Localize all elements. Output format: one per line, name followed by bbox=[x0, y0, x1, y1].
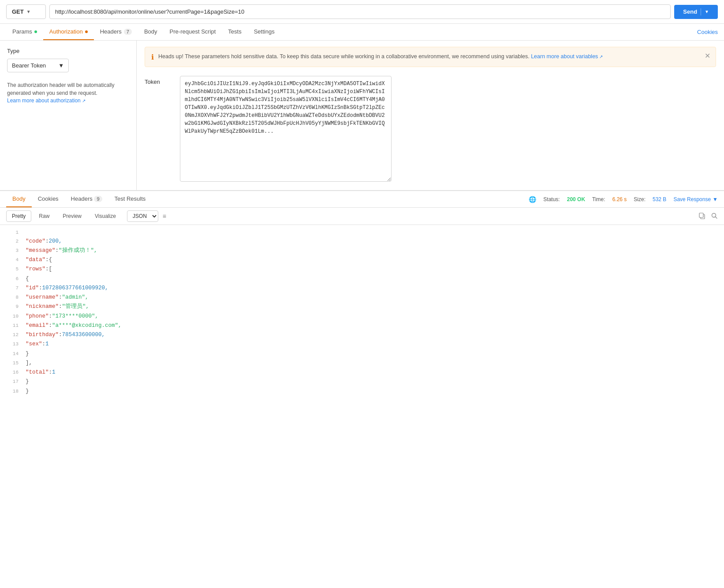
warning-banner: ℹ Heads up! These parameters hold sensit… bbox=[145, 47, 716, 67]
svg-line-3 bbox=[716, 217, 717, 218]
tab-settings[interactable]: Settings bbox=[248, 24, 281, 40]
line-number: 6 bbox=[6, 275, 19, 283]
line-number: 14 bbox=[6, 350, 19, 358]
json-line: 16 "total": 1 bbox=[0, 368, 724, 377]
json-line: 5 "rows": [ bbox=[0, 265, 724, 274]
learn-more-link[interactable]: Learn more about authorization bbox=[7, 97, 86, 104]
globe-icon: 🌐 bbox=[529, 196, 536, 203]
json-line: 1 bbox=[0, 228, 724, 237]
line-number: 11 bbox=[6, 322, 19, 330]
search-icon[interactable] bbox=[711, 212, 718, 221]
json-key: "message" bbox=[26, 246, 56, 255]
warning-learn-more-link[interactable]: Learn more about variables bbox=[531, 53, 603, 60]
line-number: 13 bbox=[6, 340, 19, 348]
tab-body[interactable]: Body bbox=[138, 24, 164, 40]
size-value: 532 B bbox=[653, 196, 666, 202]
auth-right-panel: ℹ Heads up! These parameters hold sensit… bbox=[137, 41, 724, 190]
line-number: 12 bbox=[6, 331, 19, 339]
filter-icon[interactable]: ≡ bbox=[163, 213, 166, 220]
status-label: Status: bbox=[543, 196, 560, 202]
resp-tab-cookies[interactable]: Cookies bbox=[32, 191, 65, 207]
warning-close-icon[interactable]: ✕ bbox=[705, 52, 710, 60]
url-input[interactable] bbox=[49, 4, 671, 19]
send-divider bbox=[701, 8, 701, 15]
json-format-select[interactable]: JSON HTML Text bbox=[127, 210, 158, 222]
token-input[interactable]: eyJhbGciOiJIUzI1NiJ9.eyJqdGkiOiIxMDcyODA… bbox=[180, 76, 392, 182]
save-response-label: Save Response bbox=[673, 196, 711, 202]
method-label: GET bbox=[12, 8, 24, 15]
url-bar: GET ▼ Send ▼ bbox=[0, 0, 724, 24]
json-line: 10 "phone": "173****0000", bbox=[0, 312, 724, 321]
json-value: 1072806377661009920, bbox=[42, 284, 108, 293]
json-line: 11 "email": "a****@xkcoding.com", bbox=[0, 321, 724, 330]
json-key: "sex" bbox=[26, 340, 42, 349]
cookies-link[interactable]: Cookies bbox=[697, 29, 718, 35]
resp-tab-body[interactable]: Body bbox=[6, 191, 32, 207]
size-label: Size: bbox=[634, 196, 646, 202]
json-line: 12 "birthday": 785433600000, bbox=[0, 330, 724, 340]
tab-params[interactable]: Params bbox=[6, 24, 43, 40]
json-key: "username" bbox=[26, 293, 59, 302]
tab-authorization[interactable]: Authorization bbox=[43, 24, 94, 40]
fmt-tab-raw[interactable]: Raw bbox=[33, 210, 55, 222]
response-tabs-bar: Body Cookies Headers 9 Test Results 🌐 St… bbox=[0, 191, 724, 208]
json-value: "管理员", bbox=[62, 302, 90, 311]
json-lines-container: 12"code": 200,3"message": "操作成功！",4"data… bbox=[0, 225, 724, 400]
tab-body-label: Body bbox=[144, 28, 157, 35]
json-line: 6 { bbox=[0, 274, 724, 284]
copy-icon[interactable] bbox=[698, 212, 705, 221]
bearer-token-select[interactable]: Bearer Token ▼ bbox=[7, 59, 69, 72]
json-viewer: 12"code": 200,3"message": "操作成功！",4"data… bbox=[0, 225, 724, 588]
fmt-tab-visualize[interactable]: Visualize bbox=[89, 210, 122, 222]
fmt-tab-preview[interactable]: Preview bbox=[57, 210, 87, 222]
bearer-chevron-icon: ▼ bbox=[58, 62, 64, 69]
fmt-tab-pretty[interactable]: Pretty bbox=[6, 210, 31, 222]
method-select[interactable]: GET ▼ bbox=[6, 4, 46, 19]
json-plain-value: ], bbox=[26, 359, 32, 368]
warning-icon: ℹ bbox=[151, 53, 154, 61]
time-value: 6.26 s bbox=[612, 196, 627, 202]
send-button[interactable]: Send ▼ bbox=[674, 5, 718, 19]
save-response-chevron-icon: ▼ bbox=[713, 196, 718, 202]
bearer-token-label: Bearer Token bbox=[12, 62, 46, 69]
warning-text: Heads up! These parameters hold sensitiv… bbox=[158, 52, 603, 61]
line-number: 5 bbox=[6, 265, 19, 273]
save-response-button[interactable]: Save Response ▼ bbox=[673, 196, 718, 202]
tab-params-label: Params bbox=[12, 28, 32, 35]
tab-prerequest[interactable]: Pre-request Script bbox=[164, 24, 222, 40]
resp-cookies-label: Cookies bbox=[38, 195, 59, 202]
json-line: 2"code": 200, bbox=[0, 237, 724, 246]
json-line: 9 "nickname": "管理员", bbox=[0, 302, 724, 311]
auth-dot-icon bbox=[85, 30, 88, 33]
json-value: 785433600000, bbox=[62, 330, 105, 340]
resp-tab-test-results[interactable]: Test Results bbox=[108, 191, 152, 207]
status-value: 200 OK bbox=[567, 196, 585, 202]
resp-headers-badge: 9 bbox=[94, 196, 102, 202]
line-number: 8 bbox=[6, 293, 19, 302]
json-value: { bbox=[49, 255, 52, 265]
json-value: 200, bbox=[49, 237, 62, 246]
tab-tests[interactable]: Tests bbox=[222, 24, 247, 40]
json-line: 4"data": { bbox=[0, 255, 724, 265]
resp-body-label: Body bbox=[12, 195, 26, 202]
headers-badge: 7 bbox=[124, 29, 132, 35]
json-value: 1 bbox=[45, 340, 49, 349]
json-line: 18} bbox=[0, 387, 724, 396]
json-value: "admin", bbox=[62, 293, 89, 302]
tab-headers-label: Headers bbox=[100, 28, 122, 35]
svg-rect-1 bbox=[699, 213, 703, 217]
auth-description: The authorization header will be automat… bbox=[7, 81, 129, 97]
line-number: 15 bbox=[6, 359, 19, 367]
auth-left-panel: Type Bearer Token ▼ The authorization he… bbox=[0, 41, 137, 190]
tab-settings-label: Settings bbox=[254, 28, 275, 35]
json-key: "phone" bbox=[26, 312, 49, 321]
time-label: Time: bbox=[592, 196, 605, 202]
json-value: [ bbox=[49, 265, 52, 274]
tab-tests-label: Tests bbox=[228, 28, 241, 35]
json-key: "code" bbox=[26, 237, 45, 246]
send-label: Send bbox=[683, 8, 697, 15]
tab-headers[interactable]: Headers 7 bbox=[94, 24, 138, 40]
resp-testresults-label: Test Results bbox=[115, 195, 146, 202]
resp-tab-headers[interactable]: Headers 9 bbox=[65, 191, 108, 207]
line-number: 4 bbox=[6, 256, 19, 264]
